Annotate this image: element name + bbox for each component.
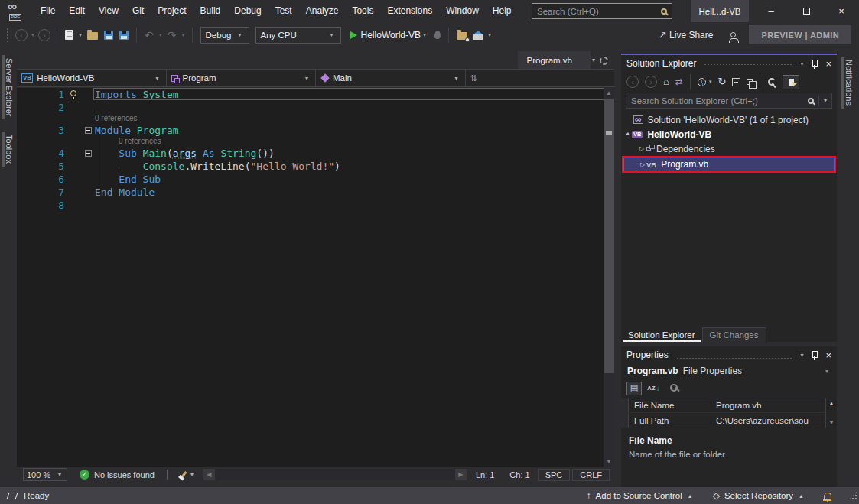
server-explorer-tab[interactable]: Server Explorer — [2, 55, 15, 119]
properties-scrollbar[interactable]: ▲ ▼ — [825, 398, 837, 428]
minimize-button[interactable]: – — [753, 0, 789, 22]
show-all-files-button[interactable] — [747, 79, 753, 85]
add-to-source-control-button[interactable]: ↑ Add to Source Control ▲ — [587, 490, 693, 501]
tree-item-dependencies[interactable]: ▷ Dependencies — [621, 141, 837, 156]
property-pages-icon[interactable] — [670, 383, 680, 393]
panel-drag-grip[interactable] — [704, 63, 792, 67]
redo-dropdown[interactable]: ▾ — [182, 31, 185, 38]
issues-status[interactable]: No issues found — [94, 470, 155, 480]
scroll-up-arrow[interactable]: ▲ — [604, 88, 614, 99]
tree-item-solution[interactable]: ∞ Solution 'HelloWorld-VB' (1 of 1 proje… — [621, 112, 837, 127]
solution-explorer-search-input[interactable] — [631, 96, 808, 106]
code-line-4[interactable]: 4 Sub Main(args As String()) — [17, 147, 614, 160]
navigate-back-dropdown[interactable]: ▾ — [31, 31, 34, 38]
property-row-file-name[interactable]: File Name Program.vb — [621, 398, 825, 413]
close-icon[interactable]: × — [825, 350, 831, 361]
type-dropdown[interactable]: Program ▾ — [167, 70, 317, 86]
redo-button[interactable]: ↷ — [168, 29, 177, 41]
codelens-references[interactable]: 0 references — [17, 114, 614, 124]
se-home-button[interactable]: ⌂ — [663, 76, 669, 87]
menu-tools[interactable]: Tools — [345, 0, 380, 22]
code-line-5[interactable]: 5 Console.WriteLine("Hello World!") — [17, 160, 614, 173]
line-ending-indicator[interactable]: CRLF — [572, 469, 610, 481]
notifications-bell-icon[interactable] — [824, 493, 831, 499]
se-forward-button[interactable]: › — [645, 76, 657, 88]
menu-debug[interactable]: Debug — [227, 0, 268, 22]
toolbox-tab[interactable]: Toolbox — [2, 132, 15, 167]
undo-dropdown[interactable]: ▾ — [159, 31, 162, 38]
menu-help[interactable]: Help — [486, 0, 519, 22]
live-share-button[interactable]: ↗ Live Share — [659, 29, 714, 41]
properties-object-selector[interactable]: Program.vb File Properties ▾ — [621, 363, 837, 379]
line-indicator[interactable]: Ln: 1 — [476, 470, 494, 480]
project-dropdown[interactable]: VB HelloWorld-VB ▾ — [17, 70, 167, 86]
scroll-down-arrow[interactable]: ▼ — [828, 419, 835, 426]
code-line-1[interactable]: 1 Imports System — [17, 88, 614, 101]
code-line-2[interactable]: 2 — [17, 101, 614, 114]
new-file-dropdown[interactable]: ▾ — [79, 31, 82, 38]
panel-menu-dropdown[interactable]: ▾ — [800, 352, 803, 359]
code-line-8[interactable]: 8 — [17, 199, 614, 212]
se-back-button[interactable]: ‹ — [626, 76, 639, 88]
tree-item-program-vb-selected[interactable]: ▷ VB Program.vb — [622, 156, 836, 173]
scroll-left-arrow[interactable]: ◀ — [203, 469, 215, 480]
panel-drag-grip[interactable] — [676, 355, 792, 359]
member-dropdown[interactable]: Main ▾ — [316, 70, 466, 86]
editor-gear-icon[interactable] — [600, 57, 608, 65]
navigate-back-button[interactable]: ‹ — [15, 29, 28, 41]
editor-vertical-scrollbar[interactable]: ▲ ▼ — [604, 88, 614, 467]
space-mode-indicator[interactable]: SPC — [538, 469, 571, 481]
navigate-forward-button[interactable]: › — [38, 29, 50, 41]
collapse-all-button[interactable] — [732, 78, 740, 86]
sync-with-active-document-button[interactable]: ⇄ — [675, 76, 683, 87]
select-repository-button[interactable]: ◇ Select Repository ▲ — [713, 490, 804, 501]
new-file-button[interactable] — [65, 30, 73, 40]
code-line-6[interactable]: 6 End Sub — [17, 173, 614, 186]
preview-admin-button[interactable]: PREVIEW | ADMIN — [749, 25, 851, 44]
notifications-tab[interactable]: Notifications — [841, 57, 855, 109]
resize-grip[interactable] — [848, 491, 857, 500]
tab-solution-explorer[interactable]: Solution Explorer — [621, 327, 702, 342]
menu-git[interactable]: Git — [125, 0, 151, 22]
code-cleanup-icon[interactable] — [181, 471, 187, 478]
close-button[interactable]: × — [824, 0, 859, 22]
solution-platform-dropdown[interactable]: Any CPU▾ — [255, 27, 341, 44]
column-indicator[interactable]: Ch: 1 — [509, 470, 529, 480]
toolbar-grip[interactable] — [7, 28, 10, 42]
preview-selected-items-button[interactable] — [783, 75, 799, 89]
scroll-right-arrow[interactable]: ▶ — [455, 469, 467, 480]
menu-build[interactable]: Build — [194, 0, 228, 22]
pin-icon[interactable] — [811, 59, 818, 69]
fold-collapse-icon[interactable] — [85, 127, 92, 134]
property-row-full-path[interactable]: Full Path C:\Users\azureuser\sou — [621, 413, 825, 428]
close-icon[interactable]: × — [825, 58, 831, 70]
code-line-3[interactable]: 3 Module Program — [17, 124, 614, 137]
code-line-7[interactable]: 7 End Module — [17, 186, 614, 199]
solution-explorer-home-button[interactable] — [473, 30, 483, 40]
hot-reload-button[interactable] — [434, 31, 441, 39]
save-all-button[interactable] — [119, 31, 129, 40]
alphabetical-sort-button[interactable]: AZ↓ — [647, 384, 660, 392]
undo-button[interactable]: ↶ — [145, 29, 154, 41]
tab-program-vb[interactable]: Program.vb — [518, 51, 591, 69]
expander-collapsed-icon[interactable]: ▷ — [639, 161, 646, 168]
menu-project[interactable]: Project — [151, 0, 193, 22]
scroll-up-arrow[interactable]: ▲ — [828, 400, 835, 407]
feedback-icon[interactable] — [730, 32, 736, 37]
maximize-button[interactable] — [789, 0, 824, 22]
find-in-files-button[interactable] — [457, 30, 467, 40]
pin-icon[interactable] — [811, 350, 818, 360]
properties-wrench-button[interactable] — [767, 77, 776, 86]
expander-collapsed-icon[interactable]: ▷ — [638, 145, 646, 152]
code-editor[interactable]: 1 Imports System 2 0 references 3 Module… — [17, 88, 614, 467]
tab-git-changes[interactable]: Git Changes — [702, 327, 766, 342]
lightbulb-icon[interactable] — [70, 90, 76, 96]
search-options-dropdown[interactable]: ▾ — [824, 97, 827, 104]
start-debugging-dropdown[interactable]: ▾ — [423, 31, 426, 38]
codelens-references[interactable]: 0 references — [17, 137, 614, 147]
menu-window[interactable]: Window — [439, 0, 486, 22]
menu-file[interactable]: File — [34, 0, 62, 22]
categorized-view-button[interactable]: ▤ — [626, 382, 642, 395]
start-debugging-button[interactable]: HelloWorld-VB ▾ — [350, 30, 428, 41]
solution-explorer-search-box[interactable]: ▾ — [626, 93, 832, 109]
